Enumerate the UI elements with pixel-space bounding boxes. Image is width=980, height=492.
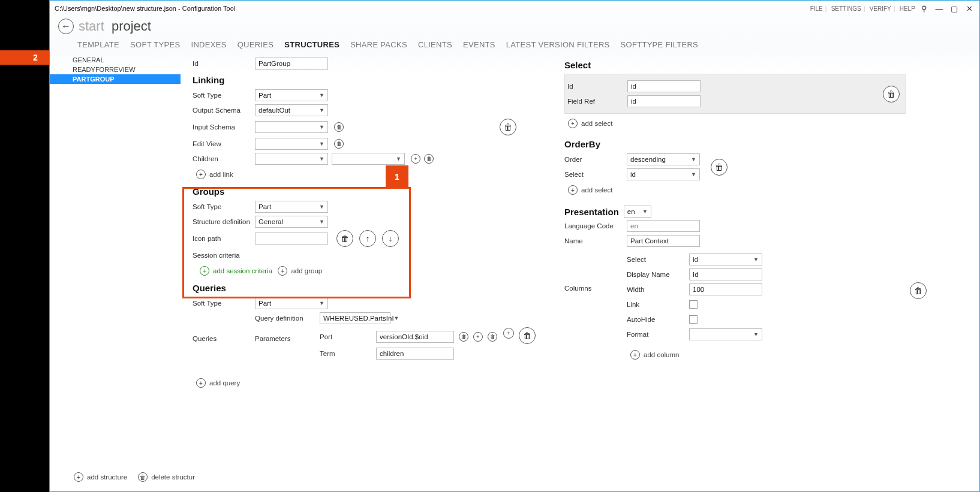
term-label: Term (320, 350, 376, 357)
width-input[interactable] (689, 283, 762, 295)
children-label: Children (193, 155, 255, 162)
term-input[interactable] (376, 348, 454, 360)
select-heading: Select (564, 60, 906, 70)
plus-icon: + (200, 266, 209, 276)
minimize-button[interactable]: — (934, 4, 945, 13)
trash-icon[interactable]: 🗑 (336, 230, 353, 247)
order-combo[interactable]: descending▼ (627, 153, 700, 165)
add-group-button[interactable]: + add group (278, 266, 322, 276)
sidebar: GENERAL READYFORREVIEW PARTGROUP (50, 53, 181, 478)
trash-icon[interactable]: 🗑 (334, 122, 344, 132)
queries-heading: Queries (193, 283, 540, 293)
orderby-select-combo[interactable]: id▼ (627, 168, 700, 180)
tab-template[interactable]: TEMPLATE (77, 40, 119, 49)
add-session-criteria-button[interactable]: + add session criteria (200, 266, 272, 276)
q-softtype-combo[interactable]: Part▼ (255, 297, 328, 309)
trash-icon[interactable]: 🗑 (883, 86, 900, 102)
port-input[interactable] (376, 331, 454, 343)
tab-latest-version-filters[interactable]: LATEST VERSION FILTERS (506, 40, 610, 49)
close-button[interactable]: ✕ (964, 4, 975, 13)
plus-icon[interactable]: + (473, 332, 483, 342)
g-softtype-label: Soft Type (193, 203, 255, 210)
fieldref-label: Field Ref (567, 98, 627, 105)
plus-icon[interactable]: + (503, 328, 514, 339)
pres-name-input[interactable] (627, 235, 700, 247)
back-button[interactable]: ← (58, 19, 74, 34)
add-structure-button[interactable]: + add structure (74, 472, 127, 482)
autohide-checkbox[interactable] (689, 315, 698, 324)
col-select-label: Select (627, 256, 689, 263)
trash-icon[interactable]: 🗑 (500, 119, 516, 135)
tab-clients[interactable]: CLIENTS (418, 40, 452, 49)
output-schema-label: Output Schema (193, 107, 255, 114)
trash-icon[interactable]: 🗑 (519, 327, 536, 344)
menu-file[interactable]: FILE (810, 5, 823, 12)
softtype-combo[interactable]: Part▼ (255, 89, 328, 101)
maximize-button[interactable]: ▢ (949, 4, 960, 13)
tab-share-packs[interactable]: SHARE PACKS (350, 40, 407, 49)
sidebar-item-partgroup[interactable]: PARTGROUP (50, 74, 181, 84)
plus-icon: + (196, 378, 206, 388)
fieldref-input[interactable] (627, 95, 701, 107)
pin-icon[interactable]: ⚲ (919, 4, 930, 13)
g-softtype-combo[interactable]: Part▼ (255, 201, 328, 213)
children-combo-2[interactable]: ▼ (332, 153, 405, 165)
tab-soft-types[interactable]: SOFT TYPES (130, 40, 180, 49)
input-schema-combo[interactable]: ▼ (255, 121, 328, 133)
plus-icon: + (196, 170, 206, 179)
add-column-button[interactable]: + add column (630, 350, 679, 360)
trash-icon[interactable]: 🗑 (459, 332, 468, 342)
add-select-button[interactable]: + add select (568, 119, 612, 128)
input-schema-label: Input Schema (193, 123, 255, 131)
trash-icon[interactable]: 🗑 (424, 154, 434, 164)
query-def-label: Query definition (255, 315, 320, 322)
language-combo[interactable]: en▼ (624, 206, 651, 218)
groups-heading: Groups (193, 186, 540, 197)
delete-structure-button[interactable]: 🗑 delete structur (138, 472, 195, 482)
query-def-combo[interactable]: WHEREUSED.PartsInI▼ (320, 312, 390, 324)
tab-indexes[interactable]: INDEXES (191, 40, 227, 49)
menu-help[interactable]: HELP (900, 5, 915, 12)
plus-icon: + (278, 266, 287, 276)
arrow-up-icon[interactable]: ↑ (359, 230, 376, 247)
struct-def-combo[interactable]: General▼ (255, 216, 328, 228)
link-label: Link (627, 301, 689, 308)
add-select-orderby-button[interactable]: + add select (568, 185, 612, 195)
plus-icon[interactable]: + (411, 154, 420, 164)
icon-path-input[interactable] (255, 233, 328, 245)
autohide-label: AutoHide (627, 316, 689, 323)
trash-icon[interactable]: 🗑 (711, 159, 728, 176)
select-id-input[interactable] (627, 80, 701, 92)
tab-structures[interactable]: STRUCTURES (284, 40, 339, 49)
add-link-button[interactable]: + add link (196, 170, 233, 179)
link-checkbox[interactable] (689, 300, 698, 309)
menu-verify[interactable]: VERIFY (870, 5, 891, 12)
output-schema-combo[interactable]: defaultOut▼ (255, 104, 328, 116)
struct-def-label: Structure definition (193, 218, 255, 225)
arrow-down-icon[interactable]: ↓ (382, 230, 399, 247)
edit-view-combo[interactable]: ▼ (255, 138, 328, 150)
sidebar-item-general[interactable]: GENERAL (50, 55, 181, 65)
menu-settings[interactable]: SETTINGS (831, 5, 861, 12)
col-select-combo[interactable]: id▼ (689, 253, 762, 265)
trash-icon: 🗑 (138, 472, 148, 482)
tab-events[interactable]: EVENTS (463, 40, 495, 49)
display-name-input[interactable] (689, 268, 762, 280)
linking-heading: Linking (193, 75, 540, 85)
breadcrumb-project[interactable]: project (112, 19, 151, 34)
trash-icon[interactable]: 🗑 (488, 332, 497, 342)
lang-code-input[interactable] (627, 220, 700, 232)
annotation-marker-1: 1 (386, 165, 408, 188)
id-input[interactable] (255, 58, 328, 70)
app-window: C:\Users\mgn\Desktop\new structure.json … (49, 0, 980, 492)
sidebar-item-readyforreview[interactable]: READYFORREVIEW (50, 65, 181, 74)
columns-label: Columns (564, 251, 627, 292)
breadcrumb-start[interactable]: start (79, 19, 104, 34)
add-query-button[interactable]: + add query (196, 378, 240, 388)
trash-icon[interactable]: 🗑 (334, 139, 344, 149)
children-combo-1[interactable]: ▼ (255, 153, 328, 165)
trash-icon[interactable]: 🗑 (910, 282, 927, 299)
format-combo[interactable]: ▼ (689, 328, 762, 340)
tab-queries[interactable]: QUERIES (238, 40, 274, 49)
tab-softtype-filters[interactable]: SOFTTYPE FILTERS (621, 40, 699, 49)
